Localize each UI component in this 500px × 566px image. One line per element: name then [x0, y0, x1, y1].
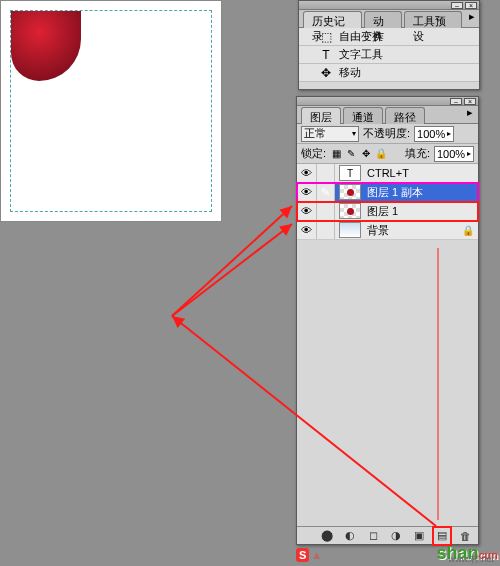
- blend-opacity-row: 正常 ▾ 不透明度: 100% ▸: [297, 124, 478, 144]
- image-object[interactable]: [11, 11, 81, 81]
- layers-list: 👁 T CTRL+T 👁 ✎ 图层 1 副本 👁 图层 1 👁 背景 🔒: [297, 164, 478, 240]
- link-col[interactable]: [317, 202, 335, 220]
- layer-row-layer1[interactable]: 👁 图层 1: [297, 202, 478, 221]
- fill-input[interactable]: 100% ▸: [434, 146, 474, 162]
- history-item-label: 移动: [339, 65, 361, 80]
- document-canvas[interactable]: [0, 0, 222, 222]
- fill-value: 100%: [437, 148, 465, 160]
- lock-position-icon[interactable]: ✥: [360, 148, 372, 160]
- minimize-button[interactable]: –: [451, 2, 463, 9]
- minimize-button[interactable]: –: [450, 98, 462, 105]
- link-col[interactable]: [317, 221, 335, 239]
- visibility-toggle[interactable]: 👁: [297, 221, 317, 239]
- layer-name[interactable]: 背景: [365, 223, 462, 238]
- layers-titlebar: – ×: [297, 97, 478, 106]
- layer-row-copy[interactable]: 👁 ✎ 图层 1 副本: [297, 183, 478, 202]
- history-panel: – × 历史记录 动作 工具预设 ▸ ⬚ 自由变换 T 文字工具 ✥ 移动: [298, 0, 480, 90]
- layer-thumb: [339, 203, 361, 219]
- adjustment-icon[interactable]: ◑: [389, 529, 403, 543]
- layer-row-text[interactable]: 👁 T CTRL+T: [297, 164, 478, 183]
- blend-mode-select[interactable]: 正常 ▾: [301, 126, 359, 142]
- history-titlebar: – ×: [299, 1, 479, 10]
- opacity-value: 100%: [417, 128, 445, 140]
- lock-all-icon[interactable]: 🔒: [375, 148, 387, 160]
- history-item[interactable]: T 文字工具: [299, 46, 479, 64]
- layer-row-background[interactable]: 👁 背景 🔒: [297, 221, 478, 240]
- tab-paths[interactable]: 路径: [385, 107, 425, 124]
- svg-line-1: [172, 206, 292, 316]
- mask-icon[interactable]: ◻: [366, 529, 380, 543]
- panel-menu-icon[interactable]: ▸: [462, 106, 478, 123]
- visibility-toggle[interactable]: 👁: [297, 164, 317, 182]
- close-button[interactable]: ×: [465, 2, 477, 9]
- lock-icon: 🔒: [462, 225, 474, 236]
- text-tool-icon: T: [319, 48, 333, 62]
- layers-panel: – × 图层 通道 路径 ▸ 正常 ▾ 不透明度: 100% ▸ 锁定: ▦ ✎…: [296, 96, 479, 545]
- history-item[interactable]: ⬚ 自由变换: [299, 28, 479, 46]
- tab-actions[interactable]: 动作: [364, 11, 402, 28]
- history-item-label: 文字工具: [339, 47, 383, 62]
- layer-thumb: [339, 222, 361, 238]
- layer-name[interactable]: 图层 1 副本: [365, 185, 478, 200]
- tab-layers[interactable]: 图层: [301, 107, 341, 124]
- text-layer-thumb: T: [339, 165, 361, 181]
- chevron-right-icon: ▸: [467, 149, 471, 158]
- history-tabs: 历史记录 动作 工具预设 ▸: [299, 10, 479, 28]
- tab-tool-presets[interactable]: 工具预设: [404, 11, 463, 28]
- new-layer-icon[interactable]: ▤: [435, 529, 449, 543]
- watermark-baidu: S▲: [296, 546, 322, 562]
- layer-name[interactable]: CTRL+T: [365, 167, 478, 179]
- opacity-label: 不透明度:: [363, 126, 410, 141]
- move-tool-icon: ✥: [319, 66, 333, 80]
- link-col[interactable]: ✎: [317, 183, 335, 201]
- watermark-url-bottom: www.村.net: [448, 553, 494, 566]
- lock-label: 锁定:: [301, 146, 326, 161]
- chevron-right-icon: ▸: [447, 129, 451, 138]
- tab-history[interactable]: 历史记录: [303, 11, 362, 28]
- layer-thumb: [339, 184, 361, 200]
- opacity-input[interactable]: 100% ▸: [414, 126, 454, 142]
- panel-menu-icon[interactable]: ▸: [464, 10, 479, 27]
- canvas-work-area[interactable]: [10, 10, 212, 212]
- layers-bottom-bar: ⬤ ◐ ◻ ◑ ▣ ▤ 🗑: [297, 526, 478, 544]
- lock-fill-row: 锁定: ▦ ✎ ✥ 🔒 填充: 100% ▸: [297, 144, 478, 164]
- visibility-toggle[interactable]: 👁: [297, 183, 317, 201]
- history-item[interactable]: ✥ 移动: [299, 64, 479, 82]
- fill-label: 填充:: [405, 146, 430, 161]
- tab-channels[interactable]: 通道: [343, 107, 383, 124]
- link-layers-icon[interactable]: ⬤: [320, 529, 334, 543]
- svg-line-2: [172, 224, 292, 316]
- link-col[interactable]: [317, 164, 335, 182]
- layer-name[interactable]: 图层 1: [365, 204, 478, 219]
- chevron-down-icon: ▾: [352, 129, 356, 138]
- lock-transparent-icon[interactable]: ▦: [330, 148, 342, 160]
- layers-tabs: 图层 通道 路径 ▸: [297, 106, 478, 124]
- close-button[interactable]: ×: [464, 98, 476, 105]
- group-icon[interactable]: ▣: [412, 529, 426, 543]
- lock-pixels-icon[interactable]: ✎: [345, 148, 357, 160]
- history-list: ⬚ 自由变换 T 文字工具 ✥ 移动: [299, 28, 479, 82]
- lock-icons: ▦ ✎ ✥ 🔒: [330, 148, 387, 160]
- blend-mode-value: 正常: [304, 126, 326, 141]
- visibility-toggle[interactable]: 👁: [297, 202, 317, 220]
- fx-icon[interactable]: ◐: [343, 529, 357, 543]
- trash-icon[interactable]: 🗑: [458, 529, 472, 543]
